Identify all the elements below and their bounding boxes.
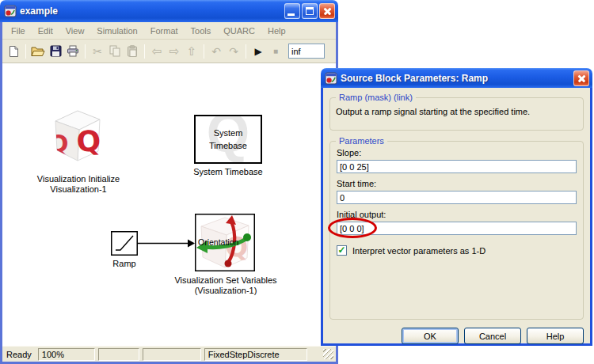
block-label-ramp[interactable]: Ramp: [95, 259, 154, 269]
mask-description-group: Ramp (mask) (link) Output a ramp signal …: [329, 97, 584, 131]
close-icon[interactable]: [319, 3, 335, 19]
simulation-stop-time-input[interactable]: [288, 44, 325, 59]
block-label-system-timebase[interactable]: System Timebase: [162, 167, 294, 177]
menu-quarc[interactable]: QUARC: [217, 24, 261, 38]
new-model-icon[interactable]: [5, 43, 22, 60]
main-window-titlebar[interactable]: example: [0, 0, 338, 22]
dialog-titlebar[interactable]: Source Block Parameters: Ramp: [321, 68, 592, 88]
simulink-model-icon: [4, 5, 17, 17]
main-window-body: File Edit View Simulation Format Tools Q…: [0, 22, 338, 364]
block-label-visualization-set-variables[interactable]: Visualization Set Variables (Visualizati…: [147, 275, 305, 296]
checkmark-icon: ✓: [337, 245, 345, 255]
menu-format[interactable]: Format: [144, 24, 185, 38]
minimize-icon[interactable]: [284, 3, 300, 19]
dialog-button-row: OK Cancel Help: [329, 328, 584, 344]
redo-icon[interactable]: ↷: [225, 43, 242, 60]
toolbar-separator: [85, 44, 86, 59]
menu-help[interactable]: Help: [261, 24, 292, 38]
toolbar-separator: [246, 44, 246, 59]
paste-icon[interactable]: [124, 43, 141, 60]
dialog-icon: [325, 72, 337, 85]
forward-icon[interactable]: ⇨: [166, 43, 183, 60]
interpret-vector-checkbox-label: Interpret vector parameters as 1-D: [352, 246, 485, 256]
initial-output-label: Initial output:: [337, 210, 577, 219]
status-panel-empty-2: [143, 348, 201, 361]
status-bar: Ready 100% FixedStepDiscrete: [2, 346, 336, 362]
block-ramp[interactable]: [111, 231, 138, 256]
initial-output-input[interactable]: [337, 222, 577, 235]
cancel-button[interactable]: Cancel: [464, 328, 521, 344]
cut-icon[interactable]: ✂: [89, 43, 106, 60]
status-solver: FixedStepDiscrete: [204, 348, 307, 361]
interpret-vector-checkbox-row: ✓ Interpret vector parameters as 1-D: [337, 245, 577, 256]
cube-q-letter-side: Q: [48, 130, 69, 157]
parameters-group: Parameters Slope: Start time: Initial ou…: [329, 141, 584, 320]
signal-wire[interactable]: [137, 238, 196, 248]
menu-simulation[interactable]: Simulation: [90, 24, 143, 38]
menu-tools[interactable]: Tools: [185, 24, 218, 38]
system-timebase-block-text: System Timebase: [196, 116, 261, 162]
copy-icon[interactable]: [106, 43, 124, 60]
slope-input[interactable]: [337, 160, 577, 173]
wire-arrowhead: [188, 240, 195, 248]
save-model-icon[interactable]: [47, 43, 64, 60]
start-simulation-icon[interactable]: ▶: [249, 43, 267, 60]
source-block-parameters-dialog: Source Block Parameters: Ramp Ramp (mask…: [321, 68, 592, 346]
orientation-port-label: Orientation: [198, 237, 238, 247]
toolbar: ✂ ⇦ ⇨ ⇧ ↶ ↷ ▶ ■: [2, 40, 336, 63]
dialog-title: Source Block Parameters: Ramp: [341, 73, 573, 84]
up-icon[interactable]: ⇧: [183, 43, 200, 60]
menu-bar: File Edit View Simulation Format Tools Q…: [2, 22, 336, 40]
desktop: example File Edit View Simulation Format…: [0, 0, 594, 364]
dialog-body: Ramp (mask) (link) Output a ramp signal …: [321, 88, 592, 346]
window-controls: [284, 3, 335, 19]
maximize-icon[interactable]: [302, 3, 318, 19]
parameters-group-caption: Parameters: [336, 136, 387, 146]
toolbar-separator: [204, 44, 204, 59]
toolbar-separator: [144, 44, 145, 59]
undo-icon[interactable]: ↶: [208, 43, 225, 60]
status-ready: Ready: [5, 350, 35, 359]
block-label-visualization-initialize[interactable]: Visualization Initialize Visualization-1: [9, 174, 148, 195]
start-time-input[interactable]: [337, 191, 577, 204]
menu-view[interactable]: View: [59, 24, 91, 38]
start-time-label: Start time:: [337, 179, 577, 188]
resize-grip[interactable]: [323, 349, 333, 359]
menu-edit[interactable]: Edit: [32, 24, 59, 38]
status-zoom-level: 100%: [38, 348, 95, 361]
ok-button[interactable]: OK: [402, 328, 459, 344]
block-system-timebase[interactable]: Q System Timebase: [194, 115, 262, 164]
toolbar-separator: [25, 44, 26, 59]
back-icon[interactable]: ⇦: [148, 43, 166, 60]
open-model-icon[interactable]: [29, 43, 47, 60]
help-button[interactable]: Help: [527, 328, 584, 344]
menu-file[interactable]: File: [5, 24, 32, 38]
dialog-close-icon[interactable]: [573, 70, 589, 86]
mask-description-text: Output a ramp signal starting at the spe…: [336, 107, 577, 116]
simulink-model-window: example File Edit View Simulation Format…: [0, 0, 338, 364]
model-canvas[interactable]: Q Q Visualization Initialize Visualizati…: [2, 63, 336, 346]
slope-label: Slope:: [337, 148, 577, 157]
print-icon[interactable]: [64, 43, 82, 60]
block-visualization-initialize[interactable]: Q Q: [48, 108, 105, 163]
stop-simulation-icon[interactable]: ■: [267, 43, 284, 60]
cube-q-letter: Q: [75, 124, 101, 158]
status-panel-empty-1: [98, 348, 139, 361]
mask-group-caption: Ramp (mask) (link): [336, 93, 416, 102]
main-window-title: example: [20, 6, 284, 17]
interpret-vector-checkbox[interactable]: ✓: [337, 245, 347, 256]
